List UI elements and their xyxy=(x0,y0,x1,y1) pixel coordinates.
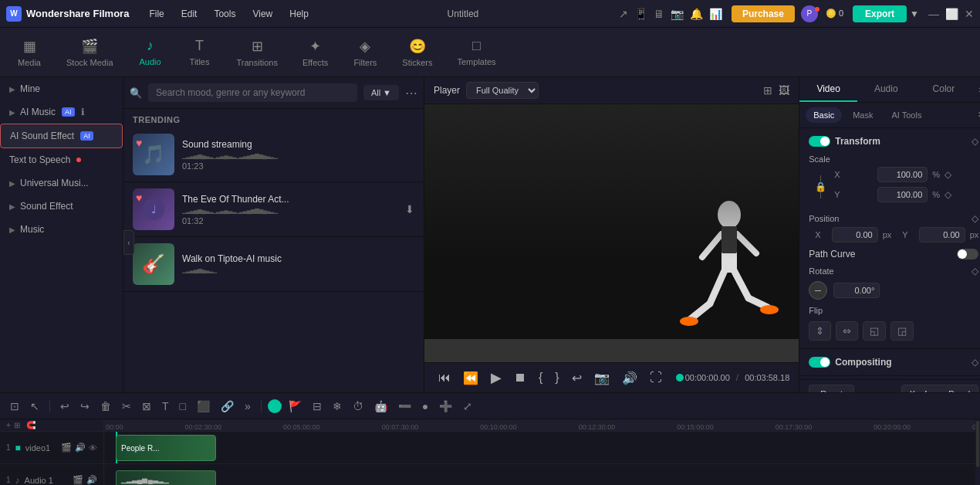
snapshot-icon[interactable]: 🖼 xyxy=(779,84,789,97)
sub-tab-mask[interactable]: Mask xyxy=(845,107,880,123)
audio-item[interactable]: 🎵 ♥ Sound streaming ▁▂▃▄▅▄▃▂▁▂▃▄▃▂▁▂▃▄▅▆… xyxy=(123,127,424,182)
tab-media[interactable]: ▦ Media xyxy=(6,33,52,72)
menu-view[interactable]: View xyxy=(245,5,280,22)
sidebar-item-music[interactable]: ▶ Music xyxy=(0,218,123,241)
tab-stock-media[interactable]: 🎬 Stock Media xyxy=(56,33,124,72)
mark-out-button[interactable]: } xyxy=(550,369,563,386)
fullscreen-button[interactable]: ⛶ xyxy=(645,369,667,386)
tab-filters[interactable]: ◈ Filters xyxy=(342,33,388,72)
audio-film-icon[interactable]: 🎬 xyxy=(73,475,83,485)
speed-button[interactable]: ⏱ xyxy=(349,399,367,414)
sidebar-item-mine[interactable]: ▶ Mine xyxy=(0,77,123,100)
keyframe-diamond-sy[interactable]: ◇ xyxy=(945,189,951,200)
split-button[interactable]: ⊡ xyxy=(6,399,23,414)
rewind-button[interactable]: ⏮ xyxy=(434,369,455,386)
bell-icon[interactable]: 🔔 xyxy=(690,8,703,20)
phone-icon[interactable]: 📱 xyxy=(634,8,647,20)
path-curve-toggle[interactable] xyxy=(957,249,978,259)
tab-color[interactable]: Color xyxy=(915,77,973,102)
delete-button[interactable]: 🗑 xyxy=(96,399,115,414)
rotate-input[interactable] xyxy=(833,283,880,298)
sidebar-item-text-to-speech[interactable]: Text to Speech xyxy=(0,148,123,171)
video-clip[interactable]: People R... xyxy=(116,435,216,461)
sidebar-item-ai-music[interactable]: ▶ AI Music AI ℹ xyxy=(0,100,123,124)
export-arrow[interactable]: ▼ xyxy=(910,8,919,19)
crop-button[interactable]: ⊠ xyxy=(138,399,155,414)
magnet-icon[interactable]: 🧲 xyxy=(26,421,35,429)
close-button[interactable]: ✕ xyxy=(965,8,974,20)
tab-effects[interactable]: ✦ Effects xyxy=(292,33,339,72)
menu-help[interactable]: Help xyxy=(282,5,316,22)
pos-y-input[interactable] xyxy=(919,227,965,242)
audio-clip[interactable]: ▁▂▃▄▅▄▃▂▁ xyxy=(116,470,216,485)
plus-button[interactable]: ➕ xyxy=(435,399,456,414)
text-button[interactable]: T xyxy=(158,399,173,414)
add-track-icon[interactable]: + xyxy=(6,421,11,429)
eye-icon[interactable]: 👁 xyxy=(89,443,97,453)
link-button[interactable]: 🔗 xyxy=(217,399,238,414)
redo-button[interactable]: ↪ xyxy=(76,399,93,414)
audio-speaker-icon[interactable]: 🔊 xyxy=(86,475,97,485)
undo-button[interactable]: ↩ xyxy=(56,399,73,414)
record-button[interactable] xyxy=(268,399,282,413)
menu-file[interactable]: File xyxy=(141,5,171,22)
info-icon[interactable]: ℹ xyxy=(81,107,85,117)
sub-tab-ai-tools[interactable]: AI Tools xyxy=(884,107,929,123)
cut-button[interactable]: ✂ xyxy=(118,399,135,414)
tab-video[interactable]: Video xyxy=(799,77,857,102)
ai-tl-button[interactable]: 🤖 xyxy=(370,399,391,414)
split-clip-button[interactable]: ⊟ xyxy=(309,399,326,414)
audio-item[interactable]: ♩ ♥ The Eve Of Thunder Act... ▁▂▃▄▅▄▃▂▁▂… xyxy=(123,182,424,237)
share-icon[interactable]: ↗ xyxy=(619,8,628,20)
timeline-scrollbar[interactable] xyxy=(975,419,980,485)
speaker-icon[interactable]: 🔊 xyxy=(75,443,86,453)
transform-toggle[interactable] xyxy=(809,136,830,147)
insert-button[interactable]: ↩ xyxy=(567,369,586,387)
marker-button[interactable]: 🚩 xyxy=(285,399,306,414)
camera-icon[interactable]: 📷 xyxy=(671,8,684,20)
keyframe-panel-button[interactable]: Keyframe Panel xyxy=(901,385,978,392)
maximize-button[interactable]: ⬜ xyxy=(945,8,958,20)
lock-icon[interactable]: 🔒 xyxy=(815,181,826,192)
flip-btn-3[interactable]: ◱ xyxy=(863,321,886,341)
stop-button[interactable]: ⏹ xyxy=(509,369,531,386)
collapse-button[interactable]: ‹ xyxy=(123,230,134,255)
purchase-button[interactable]: Purchase xyxy=(732,5,795,22)
tab-templates[interactable]: □ Templates xyxy=(446,33,506,71)
menu-tools[interactable]: Tools xyxy=(206,5,243,22)
audio-item[interactable]: 🎸 Walk on Tiptoe-AI music ▁▂▃▄▅▄▃▂▁ xyxy=(123,237,424,292)
sub-tab-basic[interactable]: Basic xyxy=(806,107,842,123)
more-options-icon[interactable]: ⋯ xyxy=(405,86,417,100)
tab-transitions[interactable]: ⊞ Transitions xyxy=(226,33,289,72)
snapshot-ctrl-button[interactable]: 📷 xyxy=(590,369,614,387)
keyframe-diamond-transform[interactable]: ◇ xyxy=(972,136,978,147)
sidebar-item-universal-music[interactable]: ▶ Universal Musi... xyxy=(0,171,123,195)
keyframe-diamond-sx[interactable]: ◇ xyxy=(945,169,951,180)
step-back-button[interactable]: ⏪ xyxy=(458,369,483,387)
keyframe-diamond-pos[interactable]: ◇ xyxy=(972,213,978,224)
grid-icon[interactable]: ⊞ xyxy=(763,84,772,97)
flip-horizontal-button[interactable]: ⇔ xyxy=(836,321,858,341)
keyframe-diamond-rot[interactable]: ◇ xyxy=(972,266,978,276)
tab-titles[interactable]: T Titles xyxy=(177,33,223,71)
more-tabs-icon[interactable]: › xyxy=(972,77,980,102)
film-icon[interactable]: 🎬 xyxy=(61,443,72,453)
sidebar-item-ai-sound-effect[interactable]: AI Sound Effect AI xyxy=(0,124,123,148)
tab-stickers[interactable]: 😊 Stickers xyxy=(391,33,443,72)
download-icon[interactable]: ⬇ xyxy=(405,203,414,215)
menu-edit[interactable]: Edit xyxy=(174,5,205,22)
volume-button[interactable]: 🔊 xyxy=(617,369,642,387)
search-input[interactable] xyxy=(148,83,357,102)
more-tl-button[interactable]: » xyxy=(241,399,255,414)
minus-button[interactable]: ➖ xyxy=(394,399,415,414)
scale-y-input[interactable] xyxy=(877,187,928,202)
zoom-level[interactable]: ● xyxy=(418,399,432,414)
freeze-button[interactable]: ❄ xyxy=(329,399,346,414)
quality-select[interactable]: Full Quality xyxy=(466,82,539,99)
minimize-button[interactable]: — xyxy=(928,8,939,20)
rotate-knob[interactable] xyxy=(809,281,827,300)
rect-button[interactable]: □ xyxy=(176,399,190,414)
color-button[interactable]: ⬛ xyxy=(193,399,214,414)
tab-audio[interactable]: ♪ Audio xyxy=(127,33,174,71)
flip-btn-4[interactable]: ◲ xyxy=(890,321,914,341)
